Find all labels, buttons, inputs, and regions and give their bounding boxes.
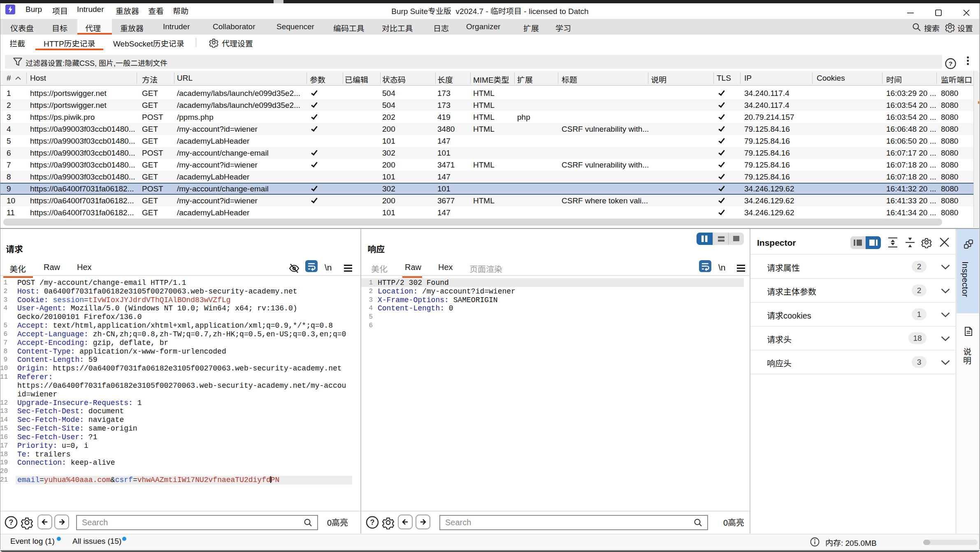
svg-text:?: ? [949, 60, 952, 67]
svg-text:?: ? [370, 518, 375, 526]
svg-text:?: ? [9, 518, 14, 526]
